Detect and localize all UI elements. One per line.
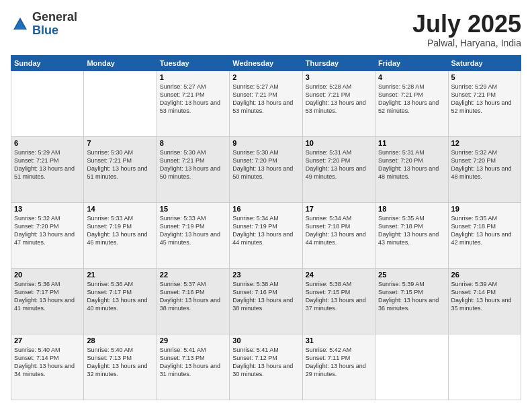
page: General Blue July 2025 Palwal, Haryana, …	[0, 0, 532, 411]
calendar-cell: 16Sunrise: 5:34 AMSunset: 7:19 PMDayligh…	[230, 202, 302, 268]
calendar-cell: 12Sunrise: 5:32 AMSunset: 7:20 PMDayligh…	[448, 136, 521, 202]
day-info: Sunrise: 5:33 AMSunset: 7:19 PMDaylight:…	[160, 214, 226, 247]
day-number: 5	[451, 73, 518, 81]
day-info: Sunrise: 5:30 AMSunset: 7:20 PMDaylight:…	[232, 148, 299, 181]
calendar-cell: 11Sunrise: 5:31 AMSunset: 7:20 PMDayligh…	[375, 136, 448, 202]
day-number: 1	[160, 73, 226, 81]
calendar-week-row: 6Sunrise: 5:29 AMSunset: 7:21 PMDaylight…	[11, 136, 521, 202]
calendar-table: SundayMondayTuesdayWednesdayThursdayFrid…	[11, 55, 521, 400]
logo-icon	[11, 15, 30, 34]
day-number: 24	[306, 271, 372, 279]
day-number: 20	[14, 271, 81, 279]
calendar-cell: 21Sunrise: 5:36 AMSunset: 7:17 PMDayligh…	[84, 268, 157, 334]
day-info: Sunrise: 5:41 AMSunset: 7:12 PMDaylight:…	[232, 346, 299, 379]
day-info: Sunrise: 5:38 AMSunset: 7:15 PMDaylight:…	[306, 280, 372, 313]
calendar-cell: 10Sunrise: 5:31 AMSunset: 7:20 PMDayligh…	[302, 136, 375, 202]
calendar-cell: 24Sunrise: 5:38 AMSunset: 7:15 PMDayligh…	[302, 268, 375, 334]
day-number: 27	[14, 336, 81, 345]
calendar-cell: 22Sunrise: 5:37 AMSunset: 7:16 PMDayligh…	[157, 268, 229, 334]
calendar-cell: 18Sunrise: 5:35 AMSunset: 7:18 PMDayligh…	[375, 202, 448, 268]
day-number: 6	[14, 139, 81, 147]
weekday-header: Saturday	[448, 55, 521, 71]
day-info: Sunrise: 5:32 AMSunset: 7:20 PMDaylight:…	[14, 214, 81, 247]
calendar-cell: 19Sunrise: 5:35 AMSunset: 7:18 PMDayligh…	[448, 202, 521, 268]
calendar-cell: 7Sunrise: 5:30 AMSunset: 7:21 PMDaylight…	[84, 136, 157, 202]
day-number: 18	[378, 205, 445, 213]
calendar-cell: 30Sunrise: 5:41 AMSunset: 7:12 PMDayligh…	[230, 334, 302, 400]
calendar-cell: 14Sunrise: 5:33 AMSunset: 7:19 PMDayligh…	[84, 202, 157, 268]
day-info: Sunrise: 5:36 AMSunset: 7:17 PMDaylight:…	[14, 280, 81, 313]
calendar-cell: 25Sunrise: 5:39 AMSunset: 7:15 PMDayligh…	[375, 268, 448, 334]
calendar-week-row: 13Sunrise: 5:32 AMSunset: 7:20 PMDayligh…	[11, 202, 521, 268]
day-number: 15	[160, 205, 226, 213]
day-info: Sunrise: 5:34 AMSunset: 7:18 PMDaylight:…	[306, 214, 372, 247]
day-number: 2	[232, 73, 299, 81]
day-info: Sunrise: 5:27 AMSunset: 7:21 PMDaylight:…	[232, 83, 299, 116]
day-info: Sunrise: 5:29 AMSunset: 7:21 PMDaylight:…	[451, 83, 518, 116]
day-info: Sunrise: 5:38 AMSunset: 7:16 PMDaylight:…	[232, 280, 299, 313]
day-number: 14	[87, 205, 153, 213]
day-info: Sunrise: 5:29 AMSunset: 7:21 PMDaylight:…	[14, 148, 81, 181]
header: General Blue July 2025 Palwal, Haryana, …	[11, 11, 521, 48]
weekday-header: Thursday	[302, 55, 375, 71]
day-number: 8	[160, 139, 226, 147]
day-info: Sunrise: 5:28 AMSunset: 7:21 PMDaylight:…	[378, 83, 445, 116]
location-title: Palwal, Haryana, India	[412, 38, 521, 48]
calendar-cell: 13Sunrise: 5:32 AMSunset: 7:20 PMDayligh…	[11, 202, 84, 268]
day-number: 4	[378, 73, 445, 81]
calendar-cell: 2Sunrise: 5:27 AMSunset: 7:21 PMDaylight…	[230, 71, 302, 136]
day-number: 21	[87, 271, 153, 279]
day-number: 23	[232, 271, 299, 279]
day-number: 16	[232, 205, 299, 213]
day-info: Sunrise: 5:35 AMSunset: 7:18 PMDaylight:…	[378, 214, 445, 247]
weekday-header: Monday	[84, 55, 157, 71]
day-number: 7	[87, 139, 153, 147]
day-info: Sunrise: 5:39 AMSunset: 7:15 PMDaylight:…	[378, 280, 445, 313]
day-info: Sunrise: 5:36 AMSunset: 7:17 PMDaylight:…	[87, 280, 153, 313]
title-block: July 2025 Palwal, Haryana, India	[412, 11, 521, 48]
day-number: 31	[306, 336, 372, 345]
day-info: Sunrise: 5:33 AMSunset: 7:19 PMDaylight:…	[87, 214, 153, 247]
calendar-cell: 29Sunrise: 5:41 AMSunset: 7:13 PMDayligh…	[157, 334, 229, 400]
calendar-header-row: SundayMondayTuesdayWednesdayThursdayFrid…	[11, 55, 521, 71]
weekday-header: Wednesday	[230, 55, 302, 71]
calendar-cell: 15Sunrise: 5:33 AMSunset: 7:19 PMDayligh…	[157, 202, 229, 268]
calendar-cell: 1Sunrise: 5:27 AMSunset: 7:21 PMDaylight…	[157, 71, 229, 136]
logo-general-text: General	[32, 10, 77, 24]
calendar-cell: 31Sunrise: 5:42 AMSunset: 7:11 PMDayligh…	[302, 334, 375, 400]
day-info: Sunrise: 5:40 AMSunset: 7:14 PMDaylight:…	[14, 346, 81, 379]
calendar-week-row: 20Sunrise: 5:36 AMSunset: 7:17 PMDayligh…	[11, 268, 521, 334]
day-info: Sunrise: 5:31 AMSunset: 7:20 PMDaylight:…	[306, 148, 372, 181]
calendar-cell	[11, 71, 84, 136]
day-info: Sunrise: 5:42 AMSunset: 7:11 PMDaylight:…	[306, 346, 372, 379]
day-number: 13	[14, 205, 81, 213]
calendar-cell: 20Sunrise: 5:36 AMSunset: 7:17 PMDayligh…	[11, 268, 84, 334]
day-number: 26	[451, 271, 518, 279]
day-info: Sunrise: 5:34 AMSunset: 7:19 PMDaylight:…	[232, 214, 299, 247]
day-info: Sunrise: 5:40 AMSunset: 7:13 PMDaylight:…	[87, 346, 153, 379]
day-info: Sunrise: 5:41 AMSunset: 7:13 PMDaylight:…	[160, 346, 226, 379]
calendar-cell	[84, 71, 157, 136]
weekday-header: Sunday	[11, 55, 84, 71]
calendar-cell: 8Sunrise: 5:30 AMSunset: 7:21 PMDaylight…	[157, 136, 229, 202]
calendar-cell: 3Sunrise: 5:28 AMSunset: 7:21 PMDaylight…	[302, 71, 375, 136]
calendar-cell: 6Sunrise: 5:29 AMSunset: 7:21 PMDaylight…	[11, 136, 84, 202]
day-number: 12	[451, 139, 518, 147]
day-info: Sunrise: 5:35 AMSunset: 7:18 PMDaylight:…	[451, 214, 518, 247]
day-number: 11	[378, 139, 445, 147]
day-info: Sunrise: 5:31 AMSunset: 7:20 PMDaylight:…	[378, 148, 445, 181]
day-info: Sunrise: 5:28 AMSunset: 7:21 PMDaylight:…	[306, 83, 372, 116]
weekday-header: Tuesday	[157, 55, 229, 71]
weekday-header: Friday	[375, 55, 448, 71]
day-number: 25	[378, 271, 445, 279]
calendar-cell: 26Sunrise: 5:39 AMSunset: 7:14 PMDayligh…	[448, 268, 521, 334]
calendar-cell: 27Sunrise: 5:40 AMSunset: 7:14 PMDayligh…	[11, 334, 84, 400]
day-info: Sunrise: 5:37 AMSunset: 7:16 PMDaylight:…	[160, 280, 226, 313]
day-number: 17	[306, 205, 372, 213]
day-number: 9	[232, 139, 299, 147]
calendar-cell: 28Sunrise: 5:40 AMSunset: 7:13 PMDayligh…	[84, 334, 157, 400]
day-number: 30	[232, 336, 299, 345]
calendar-cell	[375, 334, 448, 400]
calendar-cell: 17Sunrise: 5:34 AMSunset: 7:18 PMDayligh…	[302, 202, 375, 268]
day-info: Sunrise: 5:30 AMSunset: 7:21 PMDaylight:…	[87, 148, 153, 181]
